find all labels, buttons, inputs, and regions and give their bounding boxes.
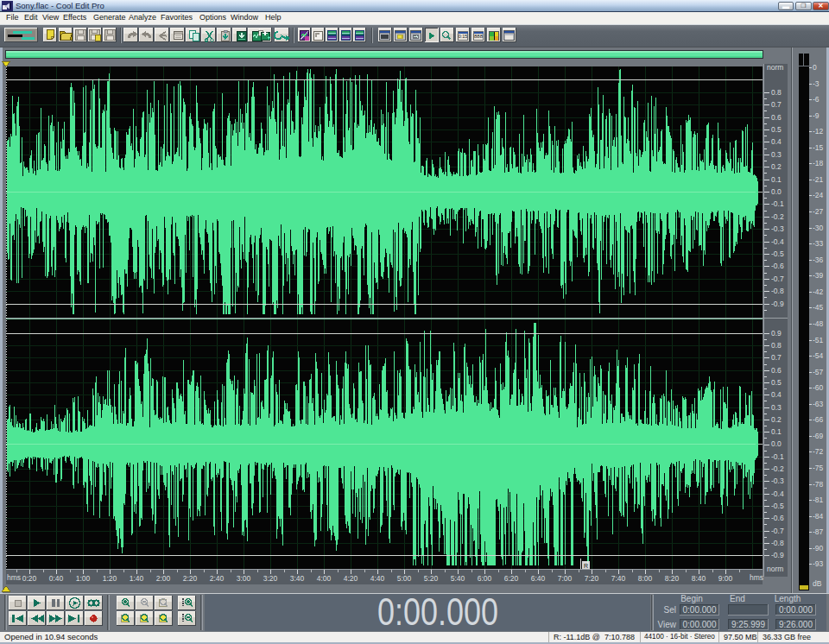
svg-text:888: 888 — [474, 34, 484, 39]
svg-text:3:40: 3:40 — [290, 574, 305, 583]
svg-text:0.4: 0.4 — [771, 137, 782, 146]
svg-text:5:40: 5:40 — [451, 574, 465, 583]
svg-text:1:00: 1:00 — [76, 574, 91, 583]
svg-text:norm: norm — [767, 63, 783, 72]
svg-text:8:40: 8:40 — [692, 574, 706, 583]
svg-text:9:25.999: 9:25.999 — [731, 620, 765, 629]
svg-text:0.5: 0.5 — [771, 378, 782, 387]
svg-text:-45: -45 — [813, 303, 824, 312]
svg-text:4:00: 4:00 — [317, 574, 332, 583]
svg-text:-0.2: -0.2 — [771, 464, 784, 473]
svg-text:-0.7: -0.7 — [771, 275, 784, 283]
svg-text:-33: -33 — [813, 239, 824, 248]
svg-text:0:20: 0:20 — [22, 574, 37, 583]
svg-text:-36: -36 — [813, 256, 824, 264]
svg-text:0.7: 0.7 — [771, 353, 782, 362]
svg-text:0.2: 0.2 — [771, 415, 782, 424]
svg-text:-48: -48 — [813, 319, 824, 328]
svg-text:0.7: 0.7 — [771, 100, 782, 109]
svg-text:-93: -93 — [813, 559, 824, 568]
svg-text:-0.6: -0.6 — [771, 514, 784, 522]
svg-text:-57: -57 — [813, 368, 824, 376]
svg-text:-0.8: -0.8 — [771, 539, 784, 547]
svg-text:6:20: 6:20 — [504, 574, 519, 583]
svg-text:-42: -42 — [813, 287, 824, 296]
svg-text:4:20: 4:20 — [344, 574, 358, 583]
svg-text:-90: -90 — [813, 544, 824, 552]
svg-text:-54: -54 — [813, 351, 824, 360]
svg-text:Sel: Sel — [664, 605, 676, 615]
svg-text:7:40: 7:40 — [611, 574, 626, 583]
svg-text:1:20: 1:20 — [103, 574, 117, 583]
svg-text:-3: -3 — [813, 79, 820, 88]
svg-text:-78: -78 — [813, 480, 824, 489]
svg-text:-87: -87 — [813, 527, 824, 536]
svg-text:0.1: 0.1 — [771, 427, 782, 436]
svg-text:-12: -12 — [813, 127, 824, 136]
svg-text:0.5: 0.5 — [771, 125, 782, 134]
svg-text:0.0: 0.0 — [771, 187, 782, 196]
svg-text:-9: -9 — [813, 111, 820, 120]
svg-text:6:40: 6:40 — [531, 574, 546, 583]
svg-text:2:00: 2:00 — [156, 574, 171, 583]
svg-text:-0.3: -0.3 — [771, 477, 784, 485]
svg-text:-81: -81 — [813, 496, 824, 504]
svg-text:-21: -21 — [813, 175, 824, 184]
svg-text:0.8: 0.8 — [771, 88, 782, 97]
svg-text:-75: -75 — [813, 464, 824, 472]
svg-text:5:00: 5:00 — [397, 574, 412, 583]
svg-text:-18: -18 — [813, 159, 824, 167]
svg-text:-27: -27 — [813, 207, 824, 216]
svg-text:0.0: 0.0 — [771, 439, 782, 448]
svg-text:1:40: 1:40 — [130, 574, 144, 583]
svg-text:0:00.000: 0:00.000 — [377, 593, 498, 632]
svg-text:-0.3: -0.3 — [771, 224, 784, 233]
svg-text:-0.9: -0.9 — [771, 551, 784, 559]
svg-text:-30: -30 — [813, 224, 824, 232]
svg-text:-15: -15 — [813, 143, 824, 152]
svg-text:-24: -24 — [813, 191, 824, 199]
svg-text:Begin: Begin — [680, 594, 703, 603]
svg-text:0.9: 0.9 — [771, 329, 782, 338]
svg-text:9:26.000: 9:26.000 — [779, 620, 813, 629]
svg-text:-72: -72 — [813, 447, 824, 456]
svg-text:-0.9: -0.9 — [771, 300, 784, 308]
svg-text:hms: hms — [750, 573, 763, 582]
svg-text:0.1: 0.1 — [771, 175, 782, 184]
svg-text:3:20: 3:20 — [263, 574, 278, 583]
svg-text:0:00.000: 0:00.000 — [683, 605, 717, 615]
svg-text:0.4: 0.4 — [771, 390, 782, 399]
svg-text:-66: -66 — [813, 415, 824, 424]
svg-text:-84: -84 — [813, 512, 824, 521]
svg-text:0.3: 0.3 — [771, 150, 782, 159]
svg-text:-63: -63 — [813, 400, 824, 408]
svg-text:0.8: 0.8 — [771, 341, 782, 350]
svg-text:2:40: 2:40 — [210, 574, 225, 583]
svg-text:hms: hms — [7, 573, 21, 582]
svg-text:norm: norm — [767, 565, 783, 573]
svg-text:-0.5: -0.5 — [771, 502, 784, 510]
svg-text:dB: dB — [813, 579, 822, 588]
svg-text:-60: -60 — [813, 383, 824, 392]
svg-text:5:20: 5:20 — [424, 574, 439, 583]
svg-text:-0.1: -0.1 — [771, 199, 784, 208]
svg-text:8:20: 8:20 — [665, 574, 680, 583]
svg-text:Length: Length — [775, 594, 801, 603]
svg-text:0.6: 0.6 — [771, 366, 782, 375]
svg-text:-6: -6 — [813, 95, 820, 104]
svg-text:0: 0 — [813, 63, 817, 72]
svg-text:-0.8: -0.8 — [771, 287, 784, 295]
svg-text:-0.5: -0.5 — [771, 249, 784, 258]
svg-text:0.3: 0.3 — [771, 403, 782, 412]
svg-text:View: View — [658, 620, 677, 629]
svg-text:4:40: 4:40 — [370, 574, 385, 583]
svg-text:-51: -51 — [813, 336, 824, 344]
svg-text:0:15: 0:15 — [459, 34, 468, 39]
svg-text:-69: -69 — [813, 432, 824, 440]
svg-text:3:00: 3:00 — [237, 574, 251, 583]
svg-text:0:00.000: 0:00.000 — [683, 620, 717, 629]
svg-text:9:00: 9:00 — [718, 574, 733, 583]
svg-text:7:00: 7:00 — [558, 574, 573, 583]
svg-text:8:00: 8:00 — [638, 574, 653, 583]
svg-text:0:00.000: 0:00.000 — [779, 605, 813, 615]
